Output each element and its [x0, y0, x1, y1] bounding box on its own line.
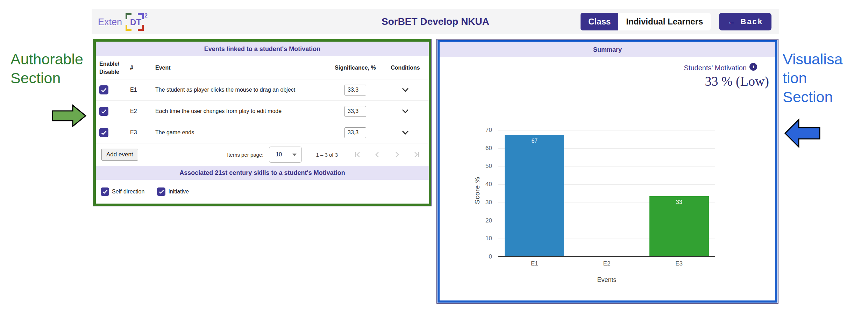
- skill-label: Self-direction: [112, 189, 144, 195]
- students-motivation-label: Students' Motivation: [684, 64, 747, 72]
- skill-label: Initiative: [168, 189, 189, 195]
- table-row: E3 The game ends: [96, 122, 429, 143]
- visualisation-section-label: Visualisa tion Section: [783, 50, 842, 106]
- visualisation-line2: tion: [783, 69, 842, 87]
- significance-input-e2[interactable]: [344, 106, 366, 117]
- gridline: [498, 130, 715, 130]
- logo-dt-text: DT: [130, 17, 141, 27]
- y-tick-label: 60: [479, 145, 492, 152]
- y-tick-label: 10: [479, 235, 492, 242]
- table-footer: Add event Items per page: 10 1 – 3 of 3: [96, 143, 429, 166]
- check-icon: [101, 109, 107, 114]
- chevron-down-icon: [401, 87, 409, 92]
- last-page-icon: [412, 150, 421, 159]
- event-id: E1: [130, 87, 155, 93]
- first-page-button[interactable]: [353, 150, 362, 159]
- items-per-page-label: Items per page:: [227, 152, 263, 158]
- events-table-header: Enable/ Disable # Event Significance, % …: [96, 56, 429, 79]
- conditions-expander-e2[interactable]: [383, 109, 427, 114]
- header-controls: Class Individual Learners ← Back: [581, 13, 771, 30]
- page-title: SorBET Develop NKUA: [382, 16, 489, 27]
- first-page-icon: [353, 150, 362, 159]
- conditions-expander-e3[interactable]: [383, 130, 427, 135]
- summary-card: Summary Students' Motivation i 33 % (Low…: [437, 40, 777, 303]
- significance-input-e3[interactable]: [344, 127, 366, 138]
- significance-input-e1[interactable]: [344, 85, 366, 95]
- summary-panel: Summary Students' Motivation i 33 % (Low…: [436, 39, 778, 304]
- last-page-button[interactable]: [412, 150, 421, 159]
- next-page-button[interactable]: [392, 150, 401, 159]
- event-id: E3: [130, 129, 155, 136]
- y-tick-label: 70: [479, 127, 492, 134]
- y-tick-label: 30: [479, 199, 492, 206]
- add-event-button[interactable]: Add event: [101, 149, 138, 161]
- bar-E1: 67: [505, 135, 564, 256]
- y-tick-label: 20: [479, 217, 492, 224]
- table-row: E2 Each time the user changes from play …: [96, 101, 429, 122]
- bar-E3: 33: [649, 196, 709, 256]
- paginator-range-label: 1 – 3 of 3: [316, 152, 338, 158]
- event-description: The game ends: [155, 129, 327, 136]
- y-tick-label: 0: [479, 253, 492, 260]
- back-arrow-icon: ←: [727, 17, 736, 26]
- table-row: E1 The student as player clicks the mous…: [96, 79, 429, 101]
- blue-left-arrow-icon: [784, 118, 820, 148]
- motivation-score-value: 33 % (Low): [440, 73, 775, 89]
- bar-value-label: 33: [649, 199, 709, 205]
- view-toggle-group: Class Individual Learners: [581, 13, 711, 30]
- enable-checkbox-e3[interactable]: [99, 128, 108, 137]
- column-significance: Significance, %: [327, 65, 383, 71]
- y-tick-label: 40: [479, 181, 492, 188]
- y-tick-label: 50: [479, 163, 492, 170]
- y-axis-label: Score,%: [474, 152, 481, 229]
- check-icon: [101, 88, 107, 92]
- authorable-line2: Section: [10, 69, 83, 87]
- back-button[interactable]: ← Back: [719, 13, 771, 30]
- chevron-left-icon: [373, 150, 382, 159]
- event-id: E2: [130, 108, 155, 114]
- skills-panel-title: Associated 21st century skills to a stud…: [96, 166, 429, 180]
- skill-initiative: Initiative: [157, 187, 189, 196]
- skill-checkbox-initiative[interactable]: [157, 187, 165, 196]
- summary-title: Summary: [440, 42, 775, 57]
- check-icon: [159, 190, 164, 194]
- enable-checkbox-e1[interactable]: [99, 85, 108, 94]
- chevron-right-icon: [392, 150, 401, 159]
- toggle-class-button[interactable]: Class: [581, 13, 618, 30]
- metric-label-row: Students' Motivation i: [440, 64, 775, 72]
- skill-checkbox-self-direction[interactable]: [101, 187, 109, 196]
- page-size-select[interactable]: 10: [269, 147, 302, 163]
- x-tick-label: E1: [498, 260, 571, 267]
- visualisation-line1: Visualisa: [783, 50, 842, 69]
- check-icon: [102, 190, 108, 194]
- enable-checkbox-e2[interactable]: [99, 107, 108, 116]
- authorable-line1: Authorable: [10, 50, 83, 69]
- chevron-down-icon: [401, 109, 409, 114]
- event-description: The student as player clicks the mouse t…: [155, 87, 327, 93]
- skills-row: Self-direction Initiative: [96, 180, 429, 204]
- x-axis-label: Events: [498, 276, 715, 284]
- page: Exten DT 2 SorBET Develop NKUA Class Ind…: [0, 0, 868, 333]
- info-icon[interactable]: i: [749, 63, 757, 71]
- previous-page-button[interactable]: [373, 150, 382, 159]
- conditions-expander-e1[interactable]: [383, 87, 427, 92]
- paginator-nav: [353, 150, 421, 159]
- x-tick-label: E3: [643, 260, 715, 267]
- caret-down-icon: [292, 154, 297, 156]
- toggle-individual-learners-button[interactable]: Individual Learners: [618, 13, 711, 30]
- event-description: Each time the user changes from play to …: [155, 108, 327, 114]
- back-button-label: Back: [740, 17, 763, 26]
- paginator: Items per page: 10 1 – 3 of 3: [227, 147, 423, 163]
- column-enable-disable: Enable/ Disable: [99, 60, 130, 76]
- events-panel-title: Events linked to a student's Motivation: [96, 42, 429, 56]
- chart-yticks: 010203040506070: [479, 130, 495, 257]
- logo-dt-mark: DT: [125, 12, 147, 31]
- column-hash: #: [130, 65, 155, 71]
- x-tick-label: E2: [571, 260, 643, 267]
- green-right-arrow-icon: [52, 104, 87, 127]
- page-size-value: 10: [276, 151, 282, 158]
- extendt2-logo: Exten DT 2: [98, 12, 148, 31]
- app-header: Exten DT 2 SorBET Develop NKUA Class Ind…: [92, 9, 779, 34]
- authorable-section-label: Authorable Section: [10, 50, 83, 87]
- visualisation-line3: Section: [783, 87, 842, 106]
